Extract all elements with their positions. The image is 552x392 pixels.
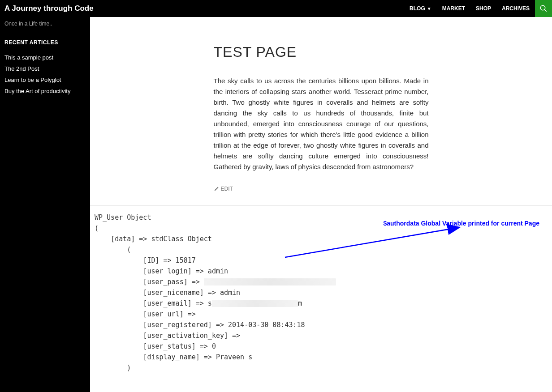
search-button[interactable] bbox=[535, 0, 552, 17]
page-title: TEST PAGE bbox=[214, 44, 429, 60]
author-data-dump: WP_User Object ( [data] => stdClass Obje… bbox=[90, 206, 552, 392]
site-title[interactable]: A Journey through Code bbox=[4, 4, 94, 13]
recent-post-link[interactable]: This a sample post bbox=[4, 52, 86, 63]
redacted-email bbox=[212, 300, 298, 307]
search-icon bbox=[539, 4, 548, 13]
recent-post-link[interactable]: The 2nd Post bbox=[4, 63, 86, 74]
primary-nav: BLOG ▼ MARKET SHOP ARCHIVES bbox=[404, 0, 552, 17]
nav-blog-label: BLOG bbox=[410, 5, 425, 12]
recent-post-link[interactable]: Learn to be a Polyglot bbox=[4, 74, 86, 85]
svg-line-1 bbox=[544, 9, 547, 12]
chevron-down-icon: ▼ bbox=[427, 6, 431, 11]
edit-link[interactable]: EDIT bbox=[214, 186, 429, 192]
redacted-password bbox=[204, 278, 336, 285]
svg-point-0 bbox=[540, 5, 545, 10]
edit-label: EDIT bbox=[221, 186, 233, 192]
recent-post-link[interactable]: Buy the Art of productivity bbox=[4, 85, 86, 97]
site-tagline: Once in a Life time.. bbox=[4, 21, 86, 27]
nav-archives[interactable]: ARCHIVES bbox=[496, 0, 535, 17]
main-content: TEST PAGE The sky calls to us across the… bbox=[90, 17, 552, 392]
nav-blog[interactable]: BLOG ▼ bbox=[404, 0, 437, 17]
pencil-icon bbox=[214, 186, 219, 192]
svg-line-3 bbox=[285, 227, 460, 257]
annotation-label: $authordata Global Variable printed for … bbox=[383, 218, 539, 228]
nav-shop[interactable]: SHOP bbox=[470, 0, 496, 17]
recent-articles-heading: RECENT ARTICLES bbox=[4, 39, 86, 46]
arrow-annotation-icon bbox=[283, 224, 466, 260]
article-body: The sky calls to us across the centuries… bbox=[214, 76, 429, 172]
sidebar: Once in a Life time.. RECENT ARTICLES Th… bbox=[0, 17, 90, 392]
nav-market[interactable]: MARKET bbox=[437, 0, 470, 17]
